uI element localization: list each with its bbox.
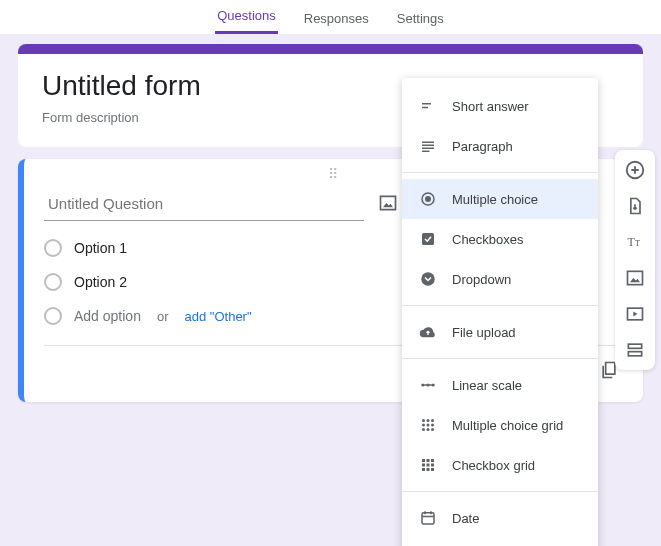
text-icon: TT bbox=[625, 232, 645, 252]
menu-separator bbox=[402, 358, 598, 359]
svg-rect-21 bbox=[431, 464, 434, 467]
add-other-button[interactable]: add "Other" bbox=[185, 309, 252, 324]
dropdown-icon bbox=[418, 269, 438, 289]
svg-point-3 bbox=[421, 272, 435, 286]
menu-item-paragraph[interactable]: Paragraph bbox=[402, 126, 598, 166]
svg-rect-18 bbox=[431, 459, 434, 462]
svg-rect-30 bbox=[628, 271, 643, 284]
question-title-input[interactable] bbox=[44, 185, 364, 221]
menu-separator bbox=[402, 491, 598, 492]
question-type-menu: Short answer Paragraph Multiple choice C… bbox=[402, 78, 598, 546]
svg-text:T: T bbox=[628, 236, 635, 249]
svg-rect-33 bbox=[628, 352, 641, 356]
option-label: Option 2 bbox=[74, 274, 127, 290]
tab-questions[interactable]: Questions bbox=[215, 0, 278, 34]
menu-item-short-answer[interactable]: Short answer bbox=[402, 86, 598, 126]
grid-dots-icon bbox=[418, 415, 438, 435]
svg-point-1 bbox=[425, 196, 431, 202]
svg-point-11 bbox=[427, 424, 430, 427]
svg-rect-17 bbox=[427, 459, 430, 462]
import-questions-button[interactable] bbox=[623, 194, 647, 218]
menu-label: Dropdown bbox=[452, 272, 511, 287]
menu-label: Checkbox grid bbox=[452, 458, 535, 473]
add-section-button[interactable] bbox=[623, 338, 647, 362]
menu-label: Short answer bbox=[452, 99, 529, 114]
side-toolbar: TT bbox=[615, 150, 655, 370]
radio-icon bbox=[44, 307, 62, 325]
radio-icon bbox=[44, 273, 62, 291]
menu-item-cb-grid[interactable]: Checkbox grid bbox=[402, 445, 598, 485]
or-label: or bbox=[157, 309, 169, 324]
menu-item-dropdown[interactable]: Dropdown bbox=[402, 259, 598, 299]
add-image-button[interactable] bbox=[623, 266, 647, 290]
menu-label: Date bbox=[452, 511, 479, 526]
video-icon bbox=[625, 304, 645, 324]
svg-rect-2 bbox=[422, 233, 434, 245]
option-label: Option 1 bbox=[74, 240, 127, 256]
svg-rect-19 bbox=[422, 464, 425, 467]
svg-point-10 bbox=[422, 424, 425, 427]
menu-item-file-upload[interactable]: File upload bbox=[402, 312, 598, 352]
svg-point-8 bbox=[427, 419, 430, 422]
svg-rect-16 bbox=[422, 459, 425, 462]
radio-icon bbox=[44, 239, 62, 257]
short-answer-icon bbox=[418, 96, 438, 116]
menu-separator bbox=[402, 172, 598, 173]
menu-label: Paragraph bbox=[452, 139, 513, 154]
menu-item-checkboxes[interactable]: Checkboxes bbox=[402, 219, 598, 259]
calendar-icon bbox=[418, 508, 438, 528]
add-question-button[interactable] bbox=[623, 158, 647, 182]
menu-label: Multiple choice bbox=[452, 192, 538, 207]
menu-item-date[interactable]: Date bbox=[402, 498, 598, 538]
svg-rect-25 bbox=[422, 513, 434, 524]
menu-item-multiple-choice[interactable]: Multiple choice bbox=[402, 179, 598, 219]
menu-item-time[interactable]: Time bbox=[402, 538, 598, 546]
menu-label: Multiple choice grid bbox=[452, 418, 563, 433]
svg-point-12 bbox=[431, 424, 434, 427]
menu-item-linear-scale[interactable]: Linear scale bbox=[402, 365, 598, 405]
cloud-upload-icon bbox=[418, 322, 438, 342]
image-icon bbox=[378, 193, 398, 213]
tabs: Questions Responses Settings bbox=[0, 0, 661, 34]
svg-rect-24 bbox=[431, 468, 434, 471]
section-icon bbox=[625, 340, 645, 360]
tab-settings[interactable]: Settings bbox=[395, 3, 446, 34]
menu-label: Checkboxes bbox=[452, 232, 524, 247]
svg-rect-23 bbox=[427, 468, 430, 471]
linear-scale-icon bbox=[418, 375, 438, 395]
svg-point-15 bbox=[431, 428, 434, 431]
svg-text:T: T bbox=[635, 239, 640, 248]
add-option-button[interactable]: Add option bbox=[74, 308, 141, 324]
svg-rect-32 bbox=[628, 344, 641, 348]
menu-label: Linear scale bbox=[452, 378, 522, 393]
checkbox-icon bbox=[418, 229, 438, 249]
add-title-button[interactable]: TT bbox=[623, 230, 647, 254]
add-image-button[interactable] bbox=[376, 191, 400, 215]
svg-point-13 bbox=[422, 428, 425, 431]
menu-item-mc-grid[interactable]: Multiple choice grid bbox=[402, 405, 598, 445]
svg-point-14 bbox=[427, 428, 430, 431]
menu-separator bbox=[402, 305, 598, 306]
image-icon bbox=[625, 268, 645, 288]
paragraph-icon bbox=[418, 136, 438, 156]
add-video-button[interactable] bbox=[623, 302, 647, 326]
import-icon bbox=[625, 196, 645, 216]
svg-point-9 bbox=[431, 419, 434, 422]
svg-rect-22 bbox=[422, 468, 425, 471]
grid-squares-icon bbox=[418, 455, 438, 475]
svg-point-7 bbox=[422, 419, 425, 422]
plus-circle-icon bbox=[624, 159, 646, 181]
menu-label: File upload bbox=[452, 325, 516, 340]
svg-rect-20 bbox=[427, 464, 430, 467]
tab-responses[interactable]: Responses bbox=[302, 3, 371, 34]
radio-selected-icon bbox=[418, 189, 438, 209]
